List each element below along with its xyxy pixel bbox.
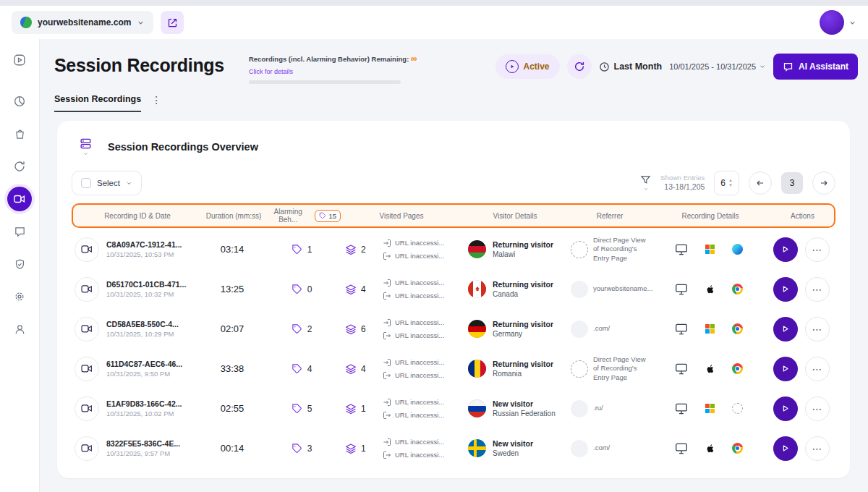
duration-value: 03:14 (200, 244, 264, 255)
shopping-bag-icon (14, 128, 26, 140)
play-recording-button[interactable] (773, 396, 798, 421)
table-row[interactable]: CD58A5E8-550C-4... 10/31/2025, 10:29 PM … (72, 309, 835, 349)
shown-entries-value: 13-18/1,205 (660, 182, 705, 192)
exit-url[interactable]: URL inaccessi... (383, 411, 444, 420)
url-exit-icon (383, 371, 391, 380)
row-more-button[interactable]: ⋯ (805, 436, 830, 461)
click-for-details-link[interactable]: Click for details (249, 68, 293, 75)
country-flag-icon (468, 399, 486, 417)
sidebar-item-profile[interactable] (7, 317, 32, 342)
sidebar-item-seo[interactable] (7, 252, 32, 276)
row-more-button[interactable]: ⋯ (805, 396, 830, 421)
col-recording-id: Recording ID & Date (73, 212, 202, 220)
windows-icon (705, 245, 715, 254)
exit-url-text: URL inaccessi... (395, 411, 444, 419)
table-row[interactable]: C8A09A7C-1912-41... 10/31/2025, 10:53 PM… (72, 229, 835, 269)
browser-icon-slot (732, 323, 743, 334)
active-status-button[interactable]: Active (495, 54, 560, 79)
entry-url-text: URL inaccessi... (395, 279, 444, 287)
exit-url[interactable]: URL inaccessi... (383, 292, 444, 300)
card-title: Session Recordings Overview (108, 141, 258, 153)
site-selector[interactable]: yourwebsitename.com (12, 11, 153, 34)
sidebar-item-video-player[interactable] (7, 48, 32, 72)
apple-icon (705, 284, 715, 295)
exit-url[interactable]: URL inaccessi... (383, 371, 444, 380)
select-all-checkbox[interactable] (81, 178, 91, 188)
next-page-button[interactable] (812, 171, 835, 195)
referrer-text: .com/ (593, 324, 610, 333)
table-toolbar: Select Shown Entries 13-18/1,205 6 ▲▼ 3 (72, 171, 835, 195)
entry-url-text: URL inaccessi... (395, 398, 444, 406)
sidebar-item-heatmaps[interactable] (7, 89, 32, 114)
ellipsis-icon: ⋯ (812, 284, 822, 295)
open-site-button[interactable] (161, 11, 184, 34)
avatar[interactable] (820, 10, 844, 35)
arrow-left-icon (755, 178, 765, 188)
current-page-indicator[interactable]: 3 (781, 172, 803, 194)
alarming-filter-badge[interactable]: 15 (315, 210, 341, 222)
entry-url[interactable]: URL inaccessi... (383, 398, 444, 407)
chevron-down-icon (137, 19, 145, 27)
entry-url[interactable]: URL inaccessi... (383, 239, 444, 247)
chat-bubble-icon (14, 226, 26, 238)
exit-url[interactable]: URL inaccessi... (383, 451, 444, 459)
row-more-button[interactable]: ⋯ (805, 357, 830, 381)
play-recording-button[interactable] (773, 436, 798, 461)
tab-overflow-menu[interactable]: ⋮ (148, 94, 164, 112)
page-size-select[interactable]: 6 ▲▼ (714, 171, 739, 195)
desktop-device-icon (675, 323, 688, 335)
table-row[interactable]: D65170C1-01CB-471... 10/31/2025, 10:32 P… (72, 269, 835, 309)
referrer-icon (571, 281, 588, 298)
sidebar-item-conversion[interactable] (7, 154, 32, 179)
entry-url[interactable]: URL inaccessi... (383, 358, 444, 367)
top-strip (0, 0, 868, 6)
sidebar-item-settings[interactable] (7, 284, 32, 309)
edge-icon (732, 244, 743, 255)
play-recording-button[interactable] (773, 277, 798, 302)
table-view-settings-button[interactable] (72, 132, 99, 161)
entry-url-text: URL inaccessi... (395, 239, 444, 247)
select-label: Select (97, 179, 120, 187)
tab-session-recordings[interactable]: Session Recordings (54, 94, 141, 112)
play-recording-button[interactable] (773, 317, 798, 342)
sidebar-item-session-recordings[interactable] (7, 187, 32, 211)
row-more-button[interactable]: ⋯ (805, 317, 830, 342)
filter-button[interactable] (640, 174, 651, 192)
col-visited-pages: Visited Pages (341, 212, 462, 220)
pages-layers-icon (345, 403, 357, 415)
sidebar-item-ecommerce[interactable] (7, 122, 32, 146)
visitor-type: Returning visitor (493, 320, 553, 328)
referrer-text: Direct Page View of Recording's Entry Pa… (593, 236, 646, 263)
os-icon-slot (705, 245, 715, 254)
refresh-button[interactable] (567, 54, 592, 79)
user-menu[interactable] (820, 10, 856, 35)
entry-url[interactable]: URL inaccessi... (383, 318, 444, 327)
ai-assistant-label: AI Assistant (799, 62, 848, 72)
table-row[interactable]: E1AF9D83-166C-42... 10/31/2025, 10:02 PM… (72, 389, 835, 428)
entry-url[interactable]: URL inaccessi... (383, 438, 444, 446)
recording-id: D65170C1-01CB-471... (106, 280, 186, 289)
table-row[interactable]: 8322F5E5-836C-4E... 10/31/2025, 9:57 PM … (72, 428, 835, 468)
recording-id: CD58A5E8-550C-4... (106, 320, 179, 328)
sidebar-item-feedback[interactable] (7, 219, 32, 244)
entry-url[interactable]: URL inaccessi... (383, 279, 444, 287)
visitor-country: Canada (493, 290, 553, 298)
entry-url-text: URL inaccessi... (395, 318, 444, 326)
prev-page-button[interactable] (749, 171, 772, 195)
date-range-selector[interactable]: 10/01/2025 - 10/31/2025 (669, 62, 766, 71)
shield-check-icon (14, 258, 26, 271)
play-recording-button[interactable] (773, 237, 798, 262)
exit-url[interactable]: URL inaccessi... (383, 331, 444, 340)
row-more-button[interactable]: ⋯ (805, 277, 830, 302)
exit-url[interactable]: URL inaccessi... (383, 252, 444, 260)
table-row[interactable]: 611D4C87-AEC6-46... 10/31/2025, 9:50 PM … (72, 349, 835, 389)
exit-url-text: URL inaccessi... (395, 292, 444, 300)
period-selector[interactable]: Last Month (599, 62, 663, 72)
ai-assistant-button[interactable]: AI Assistant (773, 54, 858, 80)
visitor-country: Sweden (493, 449, 533, 457)
play-recording-button[interactable] (773, 357, 798, 381)
col-recording-details: Recording Details (652, 212, 769, 220)
row-more-button[interactable]: ⋯ (805, 237, 830, 262)
pages-layers-icon (345, 443, 357, 454)
select-dropdown[interactable]: Select (72, 171, 142, 195)
